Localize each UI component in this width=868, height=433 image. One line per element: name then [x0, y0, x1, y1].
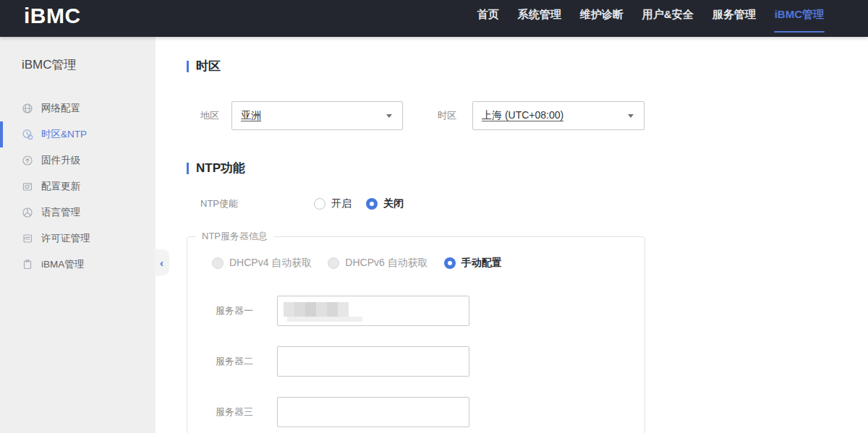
nav-item-home[interactable]: 首页: [468, 0, 509, 37]
sidebar-item-label: iBMA管理: [41, 258, 84, 271]
redacted-value-blur-tail: [287, 317, 362, 322]
main-content: 时区 地区 亚洲 时区 上海 (UTC+08:00) NTP功能 NTP使能: [156, 37, 868, 433]
nav-item-system[interactable]: 系统管理: [509, 0, 571, 37]
server-three-row: 服务器三: [187, 397, 644, 427]
sidebar-item-timezone-ntp[interactable]: 时区&NTP: [0, 121, 156, 147]
nav-item-services[interactable]: 服务管理: [703, 0, 765, 37]
network-icon: [22, 103, 33, 114]
timezone-ntp-icon: [22, 129, 33, 140]
config-update-icon: [22, 181, 33, 192]
radio-circle-disabled: [328, 257, 339, 269]
app-logo: iBMC: [24, 4, 81, 28]
sidebar-title: iBMC管理: [22, 56, 156, 73]
nav-item-maintenance[interactable]: 维护诊断: [571, 0, 633, 37]
region-label: 地区: [200, 109, 219, 122]
timezone-label: 时区: [438, 109, 456, 122]
sidebar-item-network-config[interactable]: 网络配置: [0, 95, 156, 121]
server-two-label: 服务器二: [187, 355, 277, 368]
sidebar-item-label: 时区&NTP: [41, 128, 87, 141]
top-header: iBMC 首页 系统管理 维护诊断 用户&安全 服务管理 iBMC管理: [0, 0, 868, 37]
sidebar-item-config-update[interactable]: 配置更新: [0, 173, 156, 200]
radio-dhcpv4-auto[interactable]: DHCPv4 自动获取: [212, 257, 312, 270]
server-three-input[interactable]: [277, 397, 469, 427]
ntp-enable-row: NTP使能 开启 关闭: [187, 197, 868, 210]
sidebar-collapse-button[interactable]: ‹: [155, 249, 169, 275]
license-icon: [22, 233, 33, 244]
sidebar: iBMC管理 网络配置 时区&NTP 固件升级: [0, 37, 156, 433]
ntp-section-title: NTP功能: [187, 160, 868, 176]
ntp-enable-label: NTP使能: [200, 197, 314, 210]
sidebar-item-license-management[interactable]: 许可证管理: [0, 226, 156, 252]
sidebar-item-language-management[interactable]: 语言管理: [0, 200, 156, 226]
timezone-select-value: 上海 (UTC+08:00): [482, 109, 563, 122]
region-select-value: 亚洲: [241, 109, 261, 122]
radio-manual-config[interactable]: 手动配置: [444, 257, 502, 270]
sidebar-item-label: 语言管理: [41, 206, 80, 219]
chevron-down-icon: [386, 114, 392, 118]
section-accent-bar: [187, 61, 189, 72]
radio-circle-selected: [444, 257, 456, 269]
radio-circle-unselected: [314, 198, 326, 210]
ibma-icon: [22, 259, 33, 270]
radio-circle-disabled: [212, 257, 224, 269]
sidebar-item-ibma-management[interactable]: iBMA管理: [0, 252, 156, 278]
ntp-enable-radio-group: 开启 关闭: [314, 197, 404, 210]
timezone-section-title: 时区: [187, 58, 868, 74]
language-icon: [22, 207, 33, 218]
radio-ntp-on[interactable]: 开启: [314, 197, 352, 210]
server-one-label: 服务器一: [187, 304, 277, 317]
nav-item-ibmc-management[interactable]: iBMC管理: [765, 0, 833, 37]
radio-circle-selected: [366, 198, 378, 210]
firmware-upgrade-icon: [22, 155, 33, 166]
sidebar-menu: 网络配置 时区&NTP 固件升级 配置更新: [0, 95, 156, 278]
chevron-down-icon: [628, 114, 634, 118]
sidebar-item-label: 固件升级: [41, 154, 80, 167]
server-one-row: 服务器一: [187, 296, 644, 326]
server-two-input[interactable]: [277, 346, 469, 377]
sidebar-item-label: 许可证管理: [41, 232, 90, 245]
ntp-server-info-legend: NTP服务器信息: [196, 230, 273, 243]
top-navigation: 首页 系统管理 维护诊断 用户&安全 服务管理 iBMC管理: [468, 0, 868, 37]
sidebar-item-label: 网络配置: [41, 102, 80, 115]
nav-item-user-security[interactable]: 用户&安全: [633, 0, 703, 37]
sidebar-item-label: 配置更新: [41, 180, 80, 193]
chevron-left-icon: ‹: [160, 257, 163, 269]
server-three-label: 服务器三: [187, 406, 277, 419]
ntp-server-mode-row: DHCPv4 自动获取 DHCPv6 自动获取 手动配置: [187, 257, 644, 270]
server-two-row: 服务器二: [187, 346, 644, 377]
radio-ntp-off[interactable]: 关闭: [366, 197, 404, 210]
timezone-form-row: 地区 亚洲 时区 上海 (UTC+08:00): [187, 101, 868, 130]
redacted-value-blur: [284, 302, 349, 317]
section-accent-bar: [187, 163, 189, 174]
sidebar-item-firmware-upgrade[interactable]: 固件升级: [0, 147, 156, 173]
ntp-server-info-group: NTP服务器信息 DHCPv4 自动获取 DHCPv6 自动获取 手动配置 服务…: [187, 230, 645, 433]
radio-dhcpv6-auto[interactable]: DHCPv6 自动获取: [328, 257, 427, 270]
timezone-select[interactable]: 上海 (UTC+08:00): [472, 101, 644, 130]
region-select[interactable]: 亚洲: [231, 101, 403, 130]
